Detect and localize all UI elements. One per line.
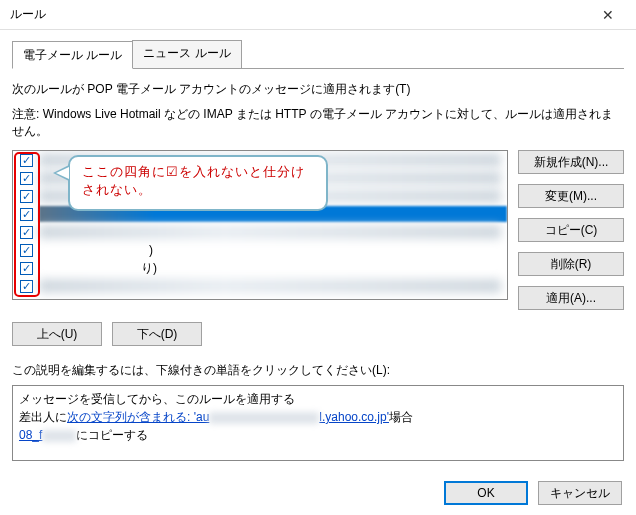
titlebar: ルール ✕ xyxy=(0,0,636,30)
cancel-button[interactable]: キャンセル xyxy=(538,481,622,505)
rule-row[interactable]: ✓ ) xyxy=(13,241,507,259)
rule-checkbox[interactable]: ✓ xyxy=(20,208,33,221)
rule-label xyxy=(39,153,501,167)
rule-label: ) xyxy=(39,243,507,257)
side-button-column: 新規作成(N)... 変更(M)... コピー(C) 削除(R) 適用(A)..… xyxy=(518,150,624,310)
explain-box[interactable]: メッセージを受信してから、このルールを適用する 差出人に次の文字列が含まれる: … xyxy=(12,385,624,461)
redacted-text xyxy=(209,412,319,424)
rule-row[interactable]: ✓ xyxy=(13,223,507,241)
explain-line2-prefix: 差出人に xyxy=(19,410,67,424)
rule-row[interactable]: ✓ xyxy=(13,277,507,295)
rule-row[interactable]: ✓ xyxy=(13,187,507,205)
folder-link[interactable]: 08_f xyxy=(19,428,76,442)
rule-checkbox[interactable]: ✓ xyxy=(20,280,33,293)
edit-rule-button[interactable]: 変更(M)... xyxy=(518,184,624,208)
close-icon[interactable]: ✕ xyxy=(588,1,628,29)
content-area: 電子メール ルール ニュース ルール 次のルールが POP 電子メール アカウン… xyxy=(0,30,636,461)
tab-email-rules[interactable]: 電子メール ルール xyxy=(12,41,133,69)
contains-link-suffix: l.yahoo.co.jp' xyxy=(319,410,389,424)
rules-listbox[interactable]: ここの四角に☑を入れないと仕分けされない。 ✓ ✓ ✓ ✓ ✓ xyxy=(12,150,508,300)
move-button-row: 上へ(U) 下へ(D) xyxy=(12,310,624,356)
explain-line1: メッセージを受信してから、このルールを適用する xyxy=(19,390,617,408)
tab-news-rules[interactable]: ニュース ルール xyxy=(132,40,241,68)
rule-checkbox[interactable]: ✓ xyxy=(20,244,33,257)
rule-label xyxy=(39,279,501,293)
rule-checkbox[interactable]: ✓ xyxy=(20,262,33,275)
tab-strip: 電子メール ルール ニュース ルール xyxy=(12,40,624,69)
rule-row[interactable]: ✓ xyxy=(13,169,507,187)
new-rule-button[interactable]: 新規作成(N)... xyxy=(518,150,624,174)
rule-label: り) xyxy=(39,260,507,277)
dialog-footer: OK キャンセル xyxy=(444,481,622,505)
ok-button[interactable]: OK xyxy=(444,481,528,505)
rule-row[interactable]: ✓ xyxy=(13,151,507,169)
explain-label: この説明を編集するには、下線付きの単語をクリックしてください(L): xyxy=(12,362,624,379)
rule-label xyxy=(39,206,507,222)
move-up-button[interactable]: 上へ(U) xyxy=(12,322,102,346)
move-down-button[interactable]: 下へ(D) xyxy=(112,322,202,346)
delete-rule-button[interactable]: 削除(R) xyxy=(518,252,624,276)
explain-line2-suffix: 場合 xyxy=(389,410,413,424)
rule-label xyxy=(39,171,501,185)
rule-row[interactable]: ✓ り) xyxy=(13,259,507,277)
contains-link-text: 次の文字列が含まれる: 'au xyxy=(67,410,209,424)
explain-line3: 08_fにコピーする xyxy=(19,426,617,444)
rule-label xyxy=(39,225,501,239)
rule-checkbox[interactable]: ✓ xyxy=(20,154,33,167)
apply-description: 次のルールが POP 電子メール アカウントのメッセージに適用されます(T) xyxy=(12,81,624,98)
rule-checkbox[interactable]: ✓ xyxy=(20,190,33,203)
apply-rule-button[interactable]: 適用(A)... xyxy=(518,286,624,310)
explain-line2: 差出人に次の文字列が含まれる: 'aul.yahoo.co.jp'場合 xyxy=(19,408,617,426)
redacted-text xyxy=(42,430,76,442)
explain-line3-suffix: にコピーする xyxy=(76,428,148,442)
copy-rule-button[interactable]: コピー(C) xyxy=(518,218,624,242)
folder-link-text: 08_f xyxy=(19,428,42,442)
rule-label xyxy=(39,189,501,203)
warning-text: 注意: Windows Live Hotmail などの IMAP または HT… xyxy=(12,106,624,140)
rule-row[interactable]: ✓ xyxy=(13,205,507,223)
rule-checkbox[interactable]: ✓ xyxy=(20,226,33,239)
rule-checkbox[interactable]: ✓ xyxy=(20,172,33,185)
window-title: ルール xyxy=(10,6,588,23)
contains-link[interactable]: 次の文字列が含まれる: 'aul.yahoo.co.jp' xyxy=(67,410,389,424)
